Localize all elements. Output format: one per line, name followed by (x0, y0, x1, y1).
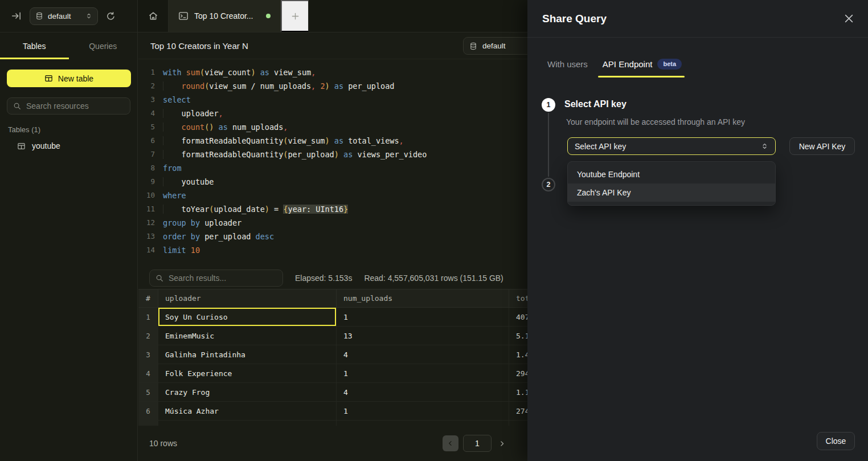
total-views-cell[interactable]: 407 (509, 308, 527, 326)
close-panel-button[interactable] (845, 14, 853, 23)
uploader-cell[interactable]: Folk Experience (158, 364, 337, 382)
option-zachs-api-key[interactable]: Zach's API Key (568, 183, 775, 202)
uploader-cell[interactable]: Galinha Pintadinha (158, 345, 337, 364)
share-panel-title: Share Query (542, 13, 607, 25)
code-line[interactable]: 9 youtube (138, 175, 527, 189)
main-area: Top 10 Creators in Year N default 1with … (138, 32, 527, 461)
api-key-select[interactable]: Select API key (567, 137, 776, 155)
api-key-dropdown-menu: Youtube Endpoint Zach's API Key (567, 161, 776, 206)
code-line[interactable]: 6 formatReadableQuantity(view_sum) as to… (138, 134, 527, 148)
next-page-button[interactable] (498, 440, 506, 447)
line-number: 12 (138, 216, 155, 230)
line-number: 10 (138, 189, 155, 202)
home-icon (148, 11, 158, 21)
tab-strip: Top 10 Creator... (138, 0, 527, 32)
num-uploads-cell[interactable]: 1 (337, 402, 509, 420)
home-button[interactable] (138, 0, 169, 32)
table-item-label: youtube (32, 141, 60, 150)
code-line[interactable]: 1with sum(view_count) as view_sum, (138, 66, 527, 79)
total-views-cell[interactable]: 1.4 (509, 345, 527, 364)
database-select[interactable]: default (30, 7, 98, 25)
code-line[interactable]: 12group by uploader (138, 216, 527, 230)
num-uploads-cell[interactable]: 4 (337, 345, 509, 364)
num-uploads-cell[interactable]: 1 (337, 308, 509, 326)
share-panel-header: Share Query (527, 0, 868, 38)
column-header-index[interactable]: # (138, 289, 158, 307)
resource-search[interactable] (7, 97, 130, 115)
line-number: 13 (138, 230, 155, 243)
code-line[interactable]: 13order by per_upload desc (138, 230, 527, 243)
code-line[interactable]: 8from (138, 161, 527, 175)
code-line[interactable]: 11 toYear(upload_date) = {year: UInt16} (138, 202, 527, 216)
query-header: Top 10 Creators in Year N default (138, 32, 527, 59)
results-search-input[interactable] (169, 274, 277, 283)
step-1-subtitle: Your endpoint will be accessed through a… (566, 117, 745, 127)
row-number-cell: 5 (138, 383, 158, 401)
uploader-cell[interactable]: Soy Un Curioso (158, 308, 337, 326)
uploader-cell[interactable]: Crazy Frog (158, 383, 337, 401)
code-line[interactable]: 4 uploader, (138, 107, 527, 120)
close-icon (845, 14, 853, 23)
column-header-total-views[interactable]: total_views (509, 289, 527, 307)
query-title: Top 10 Creators in Year N (150, 41, 248, 51)
search-icon (155, 274, 163, 282)
column-header-uploader[interactable]: uploader (158, 289, 337, 307)
share-panel-tabs: With users API Endpoint beta (547, 59, 682, 70)
uploader-cell[interactable] (158, 421, 337, 426)
database-icon (469, 42, 477, 50)
total-views-cell[interactable] (509, 421, 527, 426)
new-api-key-button[interactable]: New API Key (789, 137, 855, 155)
code-line[interactable]: 2 round(view_sum / num_uploads, 2) as pe… (138, 79, 527, 93)
tab-with-users[interactable]: With users (547, 59, 588, 69)
refresh-button[interactable] (106, 11, 116, 21)
api-key-select-value: Select API key (575, 142, 626, 151)
collapse-sidebar-button[interactable] (11, 11, 22, 21)
sidebar: Tables Queries New table Tables (1) yout… (0, 32, 138, 461)
arrow-to-line-icon (11, 11, 22, 21)
column-header-num-uploads[interactable]: num_uploads (337, 289, 509, 307)
line-number: 1 (138, 66, 155, 79)
close-button[interactable]: Close (817, 432, 855, 450)
num-uploads-cell[interactable] (337, 421, 509, 426)
previous-page-button[interactable] (443, 435, 458, 451)
results-search[interactable] (149, 270, 283, 287)
query-database-value: default (482, 42, 506, 50)
tab-queries[interactable]: Queries (69, 32, 138, 59)
tab-top-10-creators[interactable]: Top 10 Creator... (169, 0, 281, 32)
resource-search-input[interactable] (26, 101, 129, 111)
num-uploads-cell[interactable]: 13 (337, 327, 509, 345)
code-line[interactable]: 7 formatReadableQuantity(per_upload) as … (138, 148, 527, 161)
share-query-panel: Share Query With users API Endpoint beta… (527, 0, 868, 461)
uploader-cell[interactable]: EminemMusic (158, 327, 337, 345)
sidebar-item-youtube[interactable]: youtube (17, 141, 137, 150)
num-uploads-cell[interactable]: 4 (337, 383, 509, 401)
new-table-button[interactable]: New table (7, 70, 131, 87)
code-line[interactable]: 10where (138, 189, 527, 202)
total-views-cell[interactable]: 5.1 (509, 327, 527, 345)
num-uploads-cell[interactable]: 1 (337, 364, 509, 382)
code-line[interactable]: 5 count() as num_uploads, (138, 120, 527, 134)
line-number: 6 (138, 134, 155, 148)
new-tab-button[interactable] (281, 0, 309, 32)
total-views-cell[interactable]: 1.1 (509, 383, 527, 401)
line-number: 5 (138, 120, 155, 134)
uploader-cell[interactable]: Música Azhar (158, 402, 337, 420)
results-table-header: # uploader num_uploads total_views (138, 289, 527, 308)
query-console: default Top 10 Creator.. (0, 0, 527, 461)
tab-api-endpoint[interactable]: API Endpoint beta (603, 59, 682, 70)
code-line[interactable]: 14limit 10 (138, 243, 527, 257)
sql-editor[interactable]: 1with sum(view_count) as view_sum,2 roun… (138, 59, 527, 257)
line-number: 11 (138, 202, 155, 216)
total-views-cell[interactable]: 274 (509, 402, 527, 420)
query-database-select[interactable]: default (463, 37, 527, 55)
current-page-button[interactable]: 1 (463, 435, 492, 452)
option-youtube-endpoint[interactable]: Youtube Endpoint (568, 165, 775, 183)
elapsed-stat: Elapsed: 5.153s (295, 274, 352, 283)
code-line[interactable]: 3select (138, 93, 527, 107)
total-views-cell[interactable]: 294 (509, 364, 527, 382)
tab-tables[interactable]: Tables (0, 32, 69, 59)
table-row: 1Soy Un Curioso1407 (138, 308, 527, 327)
console-icon (178, 11, 189, 21)
results-table: # uploader num_uploads total_views 1Soy … (138, 289, 527, 426)
row-number-cell (138, 421, 158, 426)
